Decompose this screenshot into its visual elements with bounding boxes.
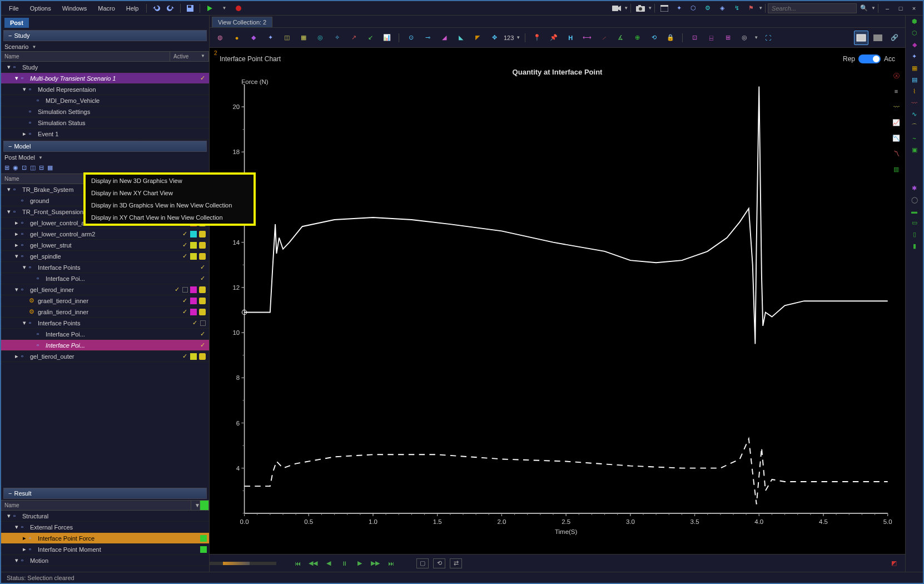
cm-item-xy-newcoll[interactable]: Display in XY Chart View in New View Col… (86, 211, 254, 224)
model-header[interactable]: −Model (3, 141, 207, 152)
expand-arrow[interactable]: ▸ (13, 353, 20, 360)
search-input[interactable] (768, 3, 857, 13)
model-tb-1[interactable]: ⊞ (4, 164, 9, 171)
post-tab[interactable]: Post (4, 18, 29, 28)
vtb-sync-icon[interactable]: ⟲ (647, 31, 661, 45)
expand-arrow[interactable]: ▾ (6, 186, 12, 193)
ric-layer4-icon[interactable]: ▮ (913, 242, 916, 250)
ric-arc-icon[interactable]: ⌒ (911, 122, 917, 131)
menu-file[interactable]: File (3, 3, 24, 14)
vtb-surf3-icon[interactable]: ◤ (470, 31, 485, 45)
camera-icon[interactable] (635, 3, 646, 14)
pc-swap-icon[interactable]: ⇄ (450, 558, 462, 568)
tool-icon-4[interactable]: ◈ (717, 3, 728, 14)
expand-arrow[interactable]: ▾ (21, 264, 28, 271)
vtb-orbit-icon[interactable]: ◍ (213, 31, 227, 45)
pause-icon[interactable]: ⏸ (339, 558, 350, 569)
cm-item-xy-new[interactable]: Display in New XY Chart View (86, 187, 254, 199)
tool-icon-3[interactable]: ⚙ (702, 3, 713, 14)
vtb-pin1-icon[interactable]: 📍 (530, 31, 544, 45)
tree-row[interactable]: ▫MDI_Demo_Vehicle (1, 95, 209, 106)
play-fwd-icon[interactable]: ▶ (354, 558, 365, 569)
col-active[interactable]: Active▼ (170, 52, 209, 61)
vtb-chart-icon[interactable]: 📊 (380, 31, 394, 45)
camera-dropdown[interactable]: ▼ (648, 6, 652, 11)
ric-cube3-icon[interactable]: ◆ (912, 41, 917, 48)
color-swatch[interactable] (190, 253, 197, 260)
ric-box1-icon[interactable]: ▣ (912, 146, 917, 154)
minimize-button[interactable]: – (881, 5, 894, 12)
rep-acc-toggle[interactable] (858, 55, 881, 63)
vtb-target-icon[interactable]: ⊕ (630, 31, 644, 45)
expand-arrow[interactable]: ▸ (21, 534, 28, 542)
vtb-group1-icon[interactable]: ⊡ (687, 31, 702, 45)
tree-row[interactable]: ▸▫Interface Point Force (1, 533, 209, 544)
vtb-dim2-icon[interactable]: ⟋ (597, 31, 611, 45)
menu-macro[interactable]: Macro (92, 3, 121, 14)
tree-row[interactable]: ▫Simulation Settings (1, 106, 209, 117)
result-header[interactable]: −Result (3, 488, 207, 499)
expand-arrow[interactable]: ▸ (21, 546, 28, 553)
vtb-expand-icon[interactable]: ⛶ (761, 31, 775, 45)
expand-arrow[interactable]: ▾ (21, 319, 28, 326)
vtb-arrow2-icon[interactable]: ↙ (363, 31, 377, 45)
expand-arrow[interactable]: ▸ (21, 130, 28, 137)
vtb-num-label[interactable]: 123 (504, 31, 514, 45)
tree-row[interactable]: ▾▫Interface Points✓ (1, 318, 209, 329)
color-swatch[interactable] (190, 309, 197, 315)
tree-row[interactable]: ▸▫Event 1 (1, 128, 209, 140)
vtb-group4-icon[interactable]: ◎ (737, 31, 752, 45)
search-icon[interactable]: 🔍 (858, 3, 870, 14)
expand-arrow[interactable]: ▸ (13, 219, 20, 226)
chart-curve2-icon[interactable]: 📈 (891, 117, 902, 128)
tree-row[interactable]: ▸▫Interface Point Moment (1, 544, 209, 555)
color-swatch[interactable] (190, 286, 197, 293)
ric-asterisk-icon[interactable]: ✱ (912, 185, 917, 192)
tool-icon-6[interactable]: ⚑ (746, 3, 757, 14)
record-icon[interactable] (233, 3, 244, 14)
color-swatch[interactable] (190, 242, 197, 249)
cm-item-3d-newcoll[interactable]: Display in 3D Graphics View in New View … (86, 199, 254, 211)
expand-arrow[interactable]: ▸ (13, 241, 20, 249)
color-swatch[interactable] (190, 353, 197, 360)
ric-cube1-icon[interactable]: ⬢ (912, 18, 917, 25)
tree-row[interactable]: ▫Simulation Status (1, 117, 209, 128)
ric-sheet-icon[interactable]: ▤ (912, 76, 917, 83)
study-header[interactable]: −Study (3, 30, 207, 41)
undo-icon[interactable] (151, 3, 162, 14)
expand-arrow[interactable]: ▾ (6, 512, 12, 519)
vtb-link-icon[interactable]: ⊸ (420, 31, 435, 45)
expand-arrow[interactable]: ▾ (13, 253, 20, 260)
tree-row[interactable]: ▫Interface Poi...✓ (1, 340, 209, 351)
chart-curve3-icon[interactable]: 📉 (891, 132, 902, 143)
tree-row[interactable]: ▾▫Model Representaion (1, 84, 209, 95)
tree-row[interactable]: ▾▫Motion (1, 555, 209, 566)
vtb-pin2-icon[interactable]: 📌 (547, 31, 561, 45)
vtb-sphere-icon[interactable]: ● (230, 31, 244, 45)
tree-row[interactable]: ▾▫Interface Points✓ (1, 262, 209, 273)
vtb-rings-icon[interactable]: ◎ (313, 31, 327, 45)
post-model-dropdown[interactable]: ▼ (38, 155, 43, 160)
ric-layer1-icon[interactable]: ▬ (911, 208, 917, 215)
model-tb-6[interactable]: ▦ (47, 164, 53, 171)
expand-arrow[interactable]: ▾ (13, 286, 20, 293)
skip-start-icon[interactable]: ⏮ (292, 558, 303, 569)
step-fwd-icon[interactable]: ▶▶ (370, 558, 381, 569)
tree-row[interactable]: ▾▫gel_tierod_inner✓ (1, 284, 209, 295)
expand-arrow[interactable]: ▾ (13, 557, 20, 564)
pc-box-icon[interactable]: ▢ (416, 558, 429, 568)
chart-curve4-icon[interactable]: 〽 (891, 148, 902, 159)
pc-warn-icon[interactable]: ◩ (888, 558, 900, 569)
tree-row[interactable]: ▾▫Structural (1, 511, 209, 522)
color-swatch[interactable] (190, 298, 197, 304)
expand-arrow[interactable]: ▾ (6, 208, 12, 215)
video-icon[interactable] (611, 3, 622, 14)
ric-circle-icon[interactable]: ◯ (911, 196, 918, 204)
tree-row[interactable]: ▸▫gel_lower_strut✓ (1, 240, 209, 251)
vtb-move-icon[interactable]: ✥ (487, 31, 501, 45)
step-back-icon[interactable]: ◀◀ (307, 558, 319, 569)
menu-help[interactable]: Help (121, 3, 145, 14)
ric-sig-icon[interactable]: ~ (912, 135, 916, 142)
timeline-slider[interactable] (210, 562, 276, 565)
vtb-surf1-icon[interactable]: ◢ (437, 31, 451, 45)
